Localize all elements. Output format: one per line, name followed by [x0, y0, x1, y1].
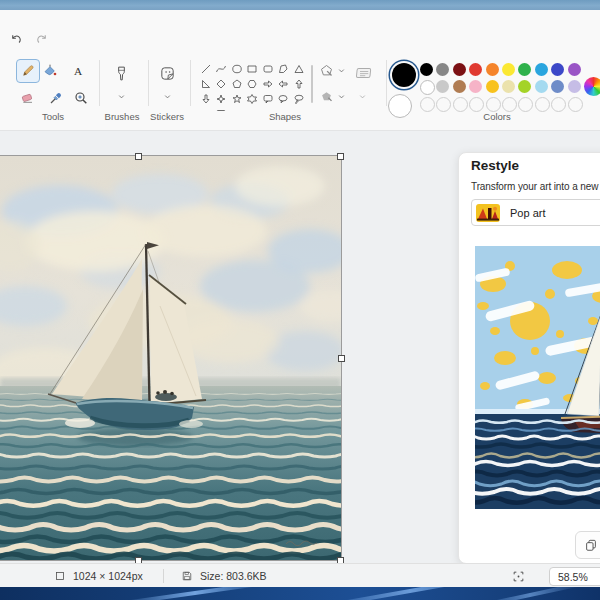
divider	[386, 60, 387, 106]
palette-empty-slot[interactable]	[453, 97, 468, 112]
shape-fill-chevron[interactable]	[335, 90, 348, 102]
shape-pentagon[interactable]	[229, 76, 244, 91]
palette-color-#a4d327[interactable]	[518, 80, 531, 93]
brushes-button[interactable]	[110, 62, 132, 84]
picker-tool-button[interactable]	[45, 87, 67, 109]
shape-rectangle[interactable]	[245, 61, 260, 76]
palette-empty-slot[interactable]	[436, 97, 451, 112]
pencil-tool-button[interactable]	[16, 59, 40, 83]
zoom-level-value: 58.5%	[558, 571, 588, 583]
shape-line[interactable]	[198, 61, 213, 76]
polygon-icon	[277, 63, 289, 75]
shape-star-six[interactable]	[245, 91, 260, 106]
palette-empty-slot[interactable]	[535, 97, 550, 112]
palette-color-#9a55c6[interactable]	[568, 63, 581, 76]
zoom-level-dropdown[interactable]: 58.5%	[549, 567, 600, 586]
palette-empty-slot[interactable]	[568, 97, 583, 112]
edit-colors-button[interactable]	[584, 77, 600, 96]
palette-color-#f8c21d[interactable]	[486, 80, 499, 93]
stickers-dropdown-chevron[interactable]	[159, 90, 175, 102]
canvas-image[interactable]	[0, 156, 341, 560]
shape-rounded-rectangle[interactable]	[260, 61, 275, 76]
shape-hexagon[interactable]	[245, 76, 260, 91]
palette-empty-slot[interactable]	[486, 97, 501, 112]
palette-empty-slot[interactable]	[469, 97, 484, 112]
palette-color-#878787[interactable]	[436, 63, 449, 76]
magnifier-icon	[73, 90, 89, 106]
stickers-group-label: Stickers	[142, 111, 192, 122]
copy-result-button[interactable]	[575, 531, 600, 559]
palette-color-#ebe2ac[interactable]	[502, 80, 515, 93]
restyled-preview-image[interactable]	[475, 246, 600, 509]
palette-color-#f5842b[interactable]	[486, 63, 499, 76]
shape-arrow-left[interactable]	[276, 76, 291, 91]
fit-to-screen-button[interactable]	[512, 564, 525, 588]
shape-diamond[interactable]	[214, 76, 229, 91]
shape-thought-bubble[interactable]	[291, 91, 306, 106]
palette-color-#f6b3c7[interactable]	[469, 80, 482, 93]
shape-right-triangle[interactable]	[198, 76, 213, 91]
palette-color-#2fb14b[interactable]	[518, 63, 531, 76]
selection-handle-top-center[interactable]	[135, 153, 142, 160]
shape-callout[interactable]	[214, 106, 229, 111]
palette-empty-slot[interactable]	[518, 97, 533, 112]
shape-speech-oval[interactable]	[276, 91, 291, 106]
selection-handle-top-right[interactable]	[337, 153, 344, 160]
shape-curve[interactable]	[214, 61, 229, 76]
palette-color-#7c1114[interactable]	[453, 63, 466, 76]
shape-arrow-up[interactable]	[291, 76, 306, 91]
shape-ellipse[interactable]	[229, 61, 244, 76]
palette-color-#6e8cc8[interactable]	[551, 80, 564, 93]
star-five-icon	[231, 93, 243, 105]
shape-star-four[interactable]	[214, 91, 229, 106]
palette-color-#e03a31[interactable]	[469, 63, 482, 76]
undo-icon	[9, 32, 24, 47]
undo-button[interactable]	[6, 29, 26, 49]
style-selector-dropdown[interactable]: Pop art	[471, 199, 600, 226]
palette-color-#000000[interactable]	[420, 63, 433, 76]
shape-arrow-down[interactable]	[198, 91, 213, 106]
shape-star-five[interactable]	[229, 91, 244, 106]
file-size-text: Size: 803.6KB	[200, 570, 267, 582]
text-tool-button[interactable]: A	[67, 60, 89, 82]
brushes-dropdown-chevron[interactable]	[113, 90, 129, 102]
eraser-tool-button[interactable]	[17, 87, 39, 109]
palette-color-#c9c9c9[interactable]	[436, 80, 449, 93]
palette-color-#3c48c8[interactable]	[551, 63, 564, 76]
shape-outline-dropdown[interactable]	[317, 61, 335, 79]
quick-access-toolbar	[0, 28, 600, 54]
palette-color-#c6bde6[interactable]	[568, 80, 581, 93]
selection-handle-right-middle[interactable]	[338, 355, 345, 362]
shape-outline-chevron[interactable]	[335, 64, 348, 76]
palette-color-#2aa5de[interactable]	[535, 63, 548, 76]
palette-color-#b07c52[interactable]	[453, 80, 466, 93]
redo-icon	[34, 32, 49, 47]
background-color-swatch[interactable]	[388, 94, 412, 118]
palette-empty-slot[interactable]	[551, 97, 566, 112]
fit-screen-icon	[512, 570, 525, 583]
shape-triangle[interactable]	[291, 61, 306, 76]
shape-speech-rounded[interactable]	[260, 91, 275, 106]
redo-button[interactable]	[31, 29, 51, 49]
shape-arrow-right[interactable]	[260, 76, 275, 91]
palette-color-#ffffff[interactable]	[420, 80, 435, 95]
fill-tool-button[interactable]	[39, 60, 61, 82]
magnifier-tool-button[interactable]	[70, 87, 92, 109]
palette-empty-slot[interactable]	[420, 97, 435, 112]
shape-style-chevron[interactable]	[356, 90, 369, 102]
palette-color-#fbe833[interactable]	[502, 63, 515, 76]
shape-polygon[interactable]	[276, 61, 291, 76]
shape-arc[interactable]	[198, 106, 213, 111]
shapes-scrollbar[interactable]	[311, 65, 313, 103]
chevron-down-icon	[162, 91, 173, 102]
chevron-down-icon	[336, 65, 347, 76]
ellipse-icon	[231, 63, 243, 75]
foreground-color-swatch[interactable]	[392, 63, 416, 87]
palette-color-#a4daf0[interactable]	[535, 80, 548, 93]
shape-outline-icon	[319, 63, 334, 78]
shape-fill-dropdown[interactable]	[317, 87, 335, 105]
status-bar: 1024 × 1024px Size: 803.6KB 58.5%	[0, 563, 600, 588]
stickers-button[interactable]	[156, 62, 178, 84]
palette-empty-slot[interactable]	[502, 97, 517, 112]
rectangle-icon	[246, 63, 258, 75]
